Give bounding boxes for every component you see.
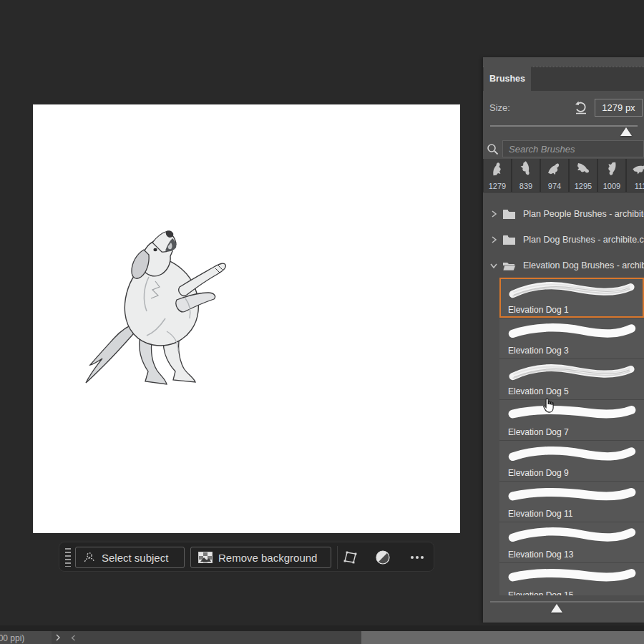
- brush-item-elevation-dog-7[interactable]: Elevation Dog 7: [499, 400, 644, 441]
- chevron-down-icon[interactable]: [489, 261, 498, 270]
- select-subject-label: Select subject: [102, 552, 168, 564]
- contextual-taskbar: Select subject Remove background: [59, 542, 434, 572]
- statusbar-divider: [0, 625, 644, 631]
- folder-icon: [502, 235, 516, 245]
- recent-brushes-row: 1279 839 974 1295 1009 111: [483, 159, 644, 192]
- brush-item-elevation-dog-15[interactable]: Elevation Dog 15: [499, 563, 644, 595]
- brush-size-slider-thumb[interactable]: [620, 127, 632, 136]
- adjustments-button[interactable]: [372, 547, 394, 568]
- brush-list: Elevation Dog 1 Elevation Dog 3 Elevatio…: [499, 278, 644, 595]
- status-popup-chevron-icon: [55, 634, 61, 641]
- brush-item-elevation-dog-9[interactable]: Elevation Dog 9: [499, 441, 644, 482]
- more-options-button[interactable]: [406, 547, 428, 568]
- document-canvas[interactable]: [33, 104, 460, 533]
- horizontal-scrollbar-thumb[interactable]: [361, 631, 644, 644]
- select-subject-icon: [83, 551, 96, 564]
- recent-brush-tile[interactable]: 974: [541, 159, 568, 192]
- brush-item-elevation-dog-13[interactable]: Elevation Dog 13: [499, 522, 644, 563]
- preview-size-slider-track[interactable]: [490, 601, 644, 602]
- brush-thumbnail-dog-icon: [603, 160, 620, 177]
- transform-button[interactable]: [340, 547, 361, 568]
- document-info: 300 ppi): [0, 631, 52, 644]
- dog-illustration: [81, 230, 228, 391]
- folder-icon: [502, 209, 516, 220]
- brush-stroke-preview: [502, 361, 641, 385]
- brush-name: Elevation Dog 1: [508, 305, 569, 315]
- remove-background-icon: [198, 552, 213, 563]
- brush-name: Elevation Dog 7: [508, 427, 569, 437]
- search-icon: [487, 143, 499, 155]
- brush-stroke-preview: [502, 443, 641, 467]
- brush-item-elevation-dog-5[interactable]: Elevation Dog 5: [499, 359, 644, 400]
- brush-name: Elevation Dog 15: [508, 590, 573, 595]
- preview-size-slider-thumb[interactable]: [551, 604, 562, 613]
- brush-stroke-preview: [502, 321, 641, 344]
- brush-stroke-preview: [502, 525, 641, 548]
- brushes-panel: Brushes Size: 1279 px 1279 839 974: [483, 57, 644, 623]
- folder-plan-dog-brushes[interactable]: Plan Dog Brushes - archibite.co: [483, 229, 644, 250]
- transform-icon: [343, 550, 358, 565]
- size-label: Size:: [489, 102, 510, 113]
- search-brushes-input[interactable]: [502, 140, 644, 157]
- adjustments-icon: [375, 550, 391, 565]
- brush-name: Elevation Dog 3: [508, 346, 569, 356]
- brush-name: Elevation Dog 9: [508, 468, 569, 478]
- document-info-text: 300 ppi): [0, 632, 24, 644]
- recent-brush-tile[interactable]: 1009: [598, 159, 625, 192]
- tab-brushes[interactable]: Brushes: [484, 67, 531, 91]
- brush-stroke-preview: [502, 565, 641, 589]
- reset-size-button[interactable]: [573, 100, 589, 116]
- folder-plan-people-brushes[interactable]: Plan People Brushes - archibite: [483, 203, 644, 225]
- brush-stroke-preview: [502, 484, 641, 507]
- scroll-left-arrow-icon[interactable]: [69, 631, 77, 644]
- brush-size-value: 1279 px: [602, 102, 635, 113]
- recent-brush-tile[interactable]: 839: [512, 159, 540, 192]
- recent-brush-tile[interactable]: 1295: [570, 159, 597, 192]
- brush-thumbnail-dog-icon: [546, 160, 563, 177]
- folder-name: Plan People Brushes - archibite: [523, 209, 644, 219]
- recent-brush-tile[interactable]: 1279: [484, 159, 511, 192]
- brush-size-field[interactable]: 1279 px: [595, 99, 643, 117]
- brush-size-badge: 974: [548, 181, 561, 191]
- remove-background-label: Remove background: [218, 552, 317, 564]
- more-options-icon: [409, 550, 425, 565]
- brush-item-elevation-dog-1[interactable]: Elevation Dog 1: [499, 278, 644, 318]
- brush-item-elevation-dog-11[interactable]: Elevation Dog 11: [499, 482, 644, 522]
- brush-thumbnail-dog-icon: [632, 160, 644, 177]
- brush-size-slider-track[interactable]: [490, 125, 638, 127]
- brush-stroke-preview: [502, 402, 641, 426]
- open-folder-icon: [502, 260, 516, 271]
- select-subject-button[interactable]: Select subject: [75, 547, 185, 568]
- folder-name: Plan Dog Brushes - archibite.co: [523, 235, 644, 245]
- brush-thumbnail-dog-icon: [489, 160, 506, 177]
- brush-name: Elevation Dog 5: [508, 386, 569, 396]
- brush-size-badge: 1295: [575, 181, 592, 191]
- brush-name: Elevation Dog 13: [508, 550, 573, 560]
- taskbar-divider: [337, 546, 338, 569]
- reset-icon: [573, 100, 589, 116]
- folder-elevation-dog-brushes[interactable]: Elevation Dog Brushes - archib: [483, 255, 644, 276]
- chevron-right-icon[interactable]: [489, 235, 498, 244]
- brush-name: Elevation Dog 11: [508, 509, 573, 519]
- recent-brush-tile[interactable]: 111: [627, 159, 644, 192]
- remove-background-button[interactable]: Remove background: [190, 547, 331, 568]
- brush-item-elevation-dog-3[interactable]: Elevation Dog 3: [499, 318, 644, 359]
- tab-brushes-label: Brushes: [489, 74, 525, 84]
- status-popup-button[interactable]: [52, 631, 64, 644]
- brush-thumbnail-dog-icon: [575, 160, 592, 177]
- brush-size-badge: 1279: [489, 181, 506, 191]
- brush-size-badge: 111: [635, 181, 644, 191]
- chevron-right-icon[interactable]: [489, 210, 498, 218]
- brush-size-badge: 1009: [603, 181, 620, 191]
- brush-size-badge: 839: [519, 181, 532, 191]
- brush-thumbnail-dog-icon: [517, 160, 535, 177]
- folder-name: Elevation Dog Brushes - archib: [523, 260, 644, 270]
- taskbar-drag-handle[interactable]: [65, 548, 71, 567]
- brush-stroke-preview: [502, 280, 641, 303]
